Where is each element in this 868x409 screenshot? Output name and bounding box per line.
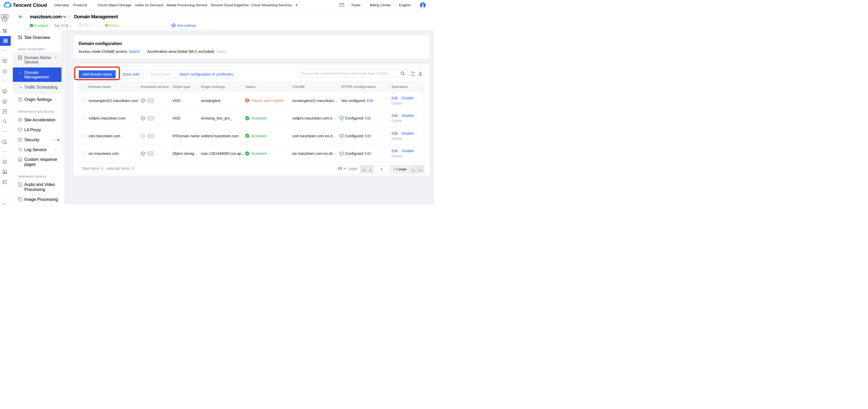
svg-text:IP: IP	[3, 110, 5, 113]
